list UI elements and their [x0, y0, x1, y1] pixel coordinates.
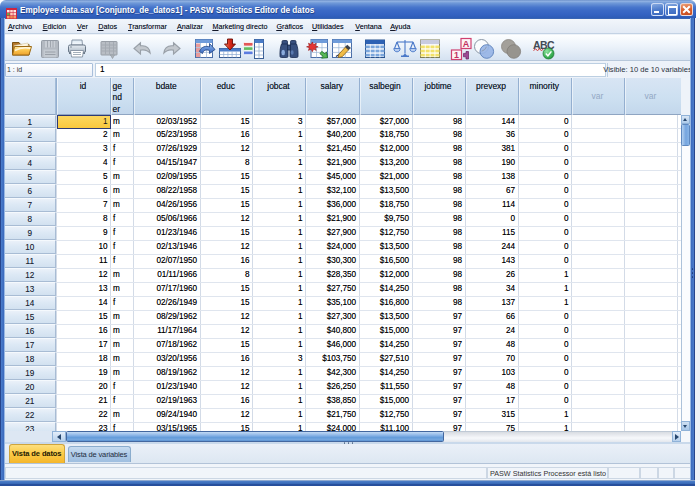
- svg-text:A: A: [463, 38, 470, 48]
- svg-text:1: 1: [454, 49, 459, 59]
